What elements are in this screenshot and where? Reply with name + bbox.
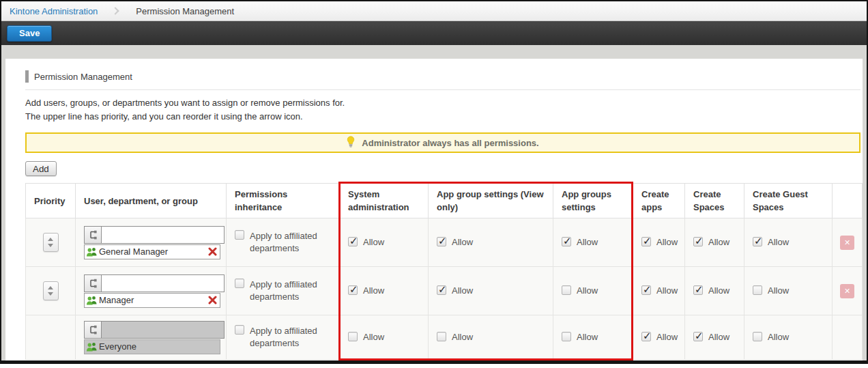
- permission-cell-app-groups: Allow: [553, 267, 633, 315]
- apply-affiliated-label: Apply to affiliated departments: [250, 325, 330, 350]
- permissions-tbody: General Manager Apply to affiliated depa…: [26, 218, 863, 360]
- column-header: System administration: [340, 184, 429, 218]
- allow-label: Allow: [363, 332, 384, 342]
- column-header: App group settings (View only): [429, 184, 553, 218]
- priority-cell: [26, 218, 76, 267]
- permission-cell-create-spaces: Allow: [685, 218, 744, 267]
- save-button[interactable]: Save: [7, 25, 52, 42]
- allow-label: Allow: [768, 237, 789, 247]
- user-group-icon: [86, 247, 98, 257]
- allow-label: Allow: [656, 237, 678, 247]
- column-header: [833, 184, 863, 218]
- reorder-button[interactable]: [43, 233, 59, 252]
- allow-checkbox[interactable]: [693, 285, 703, 295]
- user-cell: General Manager: [76, 218, 227, 267]
- entity-picker: Manager: [84, 274, 225, 308]
- apply-affiliated-label: Apply to affiliated departments: [250, 230, 330, 255]
- apply-affiliated-label: Apply to affiliated departments: [250, 279, 330, 303]
- allow-checkbox[interactable]: [348, 332, 358, 341]
- admin-notice-banner: Administrator always has all permissions…: [25, 132, 860, 153]
- allow-checkbox[interactable]: [693, 332, 703, 341]
- allow-checkbox[interactable]: [753, 237, 762, 246]
- user-search-input[interactable]: [102, 274, 225, 292]
- permission-cell-create-spaces: Allow: [685, 267, 744, 315]
- reorder-button[interactable]: [43, 281, 59, 300]
- allow-checkbox[interactable]: [437, 237, 446, 246]
- allow-label: Allow: [452, 237, 473, 247]
- section-title: Permission Management: [25, 70, 860, 90]
- page-title: Permission Management: [34, 72, 132, 82]
- column-header: Permissions inheritance: [227, 184, 340, 218]
- allow-label: Allow: [363, 237, 384, 247]
- delete-cell: [833, 315, 863, 360]
- permission-cell-app-groups: Allow: [553, 218, 633, 267]
- table-row: Manager Apply to affiliated departments …: [26, 267, 863, 315]
- permission-cell-create-apps: Allow: [633, 315, 685, 360]
- allow-checkbox[interactable]: [641, 285, 651, 295]
- remove-entity-button[interactable]: [208, 247, 217, 256]
- inheritance-cell: Apply to affiliated departments: [227, 315, 340, 360]
- allow-checkbox[interactable]: [348, 285, 358, 295]
- inheritance-cell: Apply to affiliated departments: [227, 267, 340, 315]
- allow-checkbox[interactable]: [753, 285, 762, 295]
- selected-entity: Manager: [84, 293, 220, 308]
- priority-cell: [26, 315, 76, 360]
- permission-cell-create-guest-spaces: Allow: [744, 267, 833, 315]
- apply-affiliated-checkbox[interactable]: [235, 279, 244, 288]
- org-selector-button[interactable]: [84, 321, 102, 339]
- table-row: Everyone Apply to affiliated departments…: [26, 315, 863, 360]
- red-x-icon: [208, 296, 217, 305]
- org-selector-button[interactable]: [84, 226, 102, 244]
- permission-cell-app-group-view: Allow: [429, 315, 553, 360]
- title-accent-bar: [25, 70, 29, 83]
- arrow-down-icon: [48, 244, 53, 247]
- arrow-up-icon: [48, 238, 53, 241]
- allow-checkbox[interactable]: [348, 237, 358, 246]
- chevron-right-icon: [112, 7, 119, 14]
- permission-cell-system-admin: Allow: [340, 218, 429, 267]
- column-header: User, department, or group: [76, 184, 227, 218]
- content-panel: Permission Management Add users, groups,…: [5, 59, 863, 360]
- allow-checkbox[interactable]: [437, 285, 446, 295]
- user-search-input: [102, 321, 225, 339]
- entity-picker: Everyone: [84, 321, 225, 354]
- permission-cell-system-admin: Allow: [340, 267, 429, 315]
- permission-cell-create-guest-spaces: Allow: [744, 315, 833, 360]
- entity-name: Everyone: [99, 341, 217, 352]
- delete-row-button[interactable]: ✕: [840, 236, 854, 250]
- allow-checkbox[interactable]: [641, 237, 651, 246]
- permission-cell-create-guest-spaces: Allow: [744, 218, 833, 267]
- add-button[interactable]: Add: [25, 161, 57, 176]
- user-group-icon: [86, 342, 98, 352]
- delete-row-button[interactable]: ✕: [840, 284, 854, 298]
- priority-cell: [26, 267, 76, 315]
- allow-checkbox[interactable]: [641, 332, 651, 341]
- remove-entity-button[interactable]: [208, 296, 217, 305]
- description-line-1: Add users, groups, or departments you wa…: [25, 96, 860, 110]
- allow-checkbox[interactable]: [437, 332, 446, 341]
- entity-picker: General Manager: [84, 226, 225, 259]
- user-search-input[interactable]: [102, 226, 225, 244]
- allow-label: Allow: [656, 285, 678, 296]
- red-x-icon: [208, 247, 217, 256]
- breadcrumb-link-kintone-administration[interactable]: Kintone Administration: [10, 6, 98, 16]
- allow-checkbox[interactable]: [562, 332, 571, 341]
- column-header: Create Spaces: [685, 184, 744, 218]
- allow-checkbox[interactable]: [562, 237, 571, 246]
- allow-label: Allow: [452, 332, 473, 342]
- allow-checkbox[interactable]: [693, 237, 703, 246]
- apply-affiliated-checkbox[interactable]: [235, 325, 244, 335]
- arrow-up-icon: [48, 286, 53, 289]
- allow-label: Allow: [708, 332, 729, 342]
- table-row: General Manager Apply to affiliated depa…: [26, 218, 863, 267]
- permissions-table: PriorityUser, department, or groupPermis…: [25, 183, 863, 360]
- apply-affiliated-checkbox[interactable]: [235, 230, 244, 240]
- selected-entity: General Manager: [84, 244, 220, 259]
- allow-label: Allow: [577, 237, 598, 247]
- allow-checkbox[interactable]: [753, 332, 762, 341]
- org-selector-button[interactable]: [84, 274, 102, 292]
- org-tree-icon: [88, 325, 98, 335]
- action-toolbar: Save: [1, 21, 867, 45]
- allow-checkbox[interactable]: [562, 285, 571, 295]
- user-cell: Manager: [76, 267, 227, 315]
